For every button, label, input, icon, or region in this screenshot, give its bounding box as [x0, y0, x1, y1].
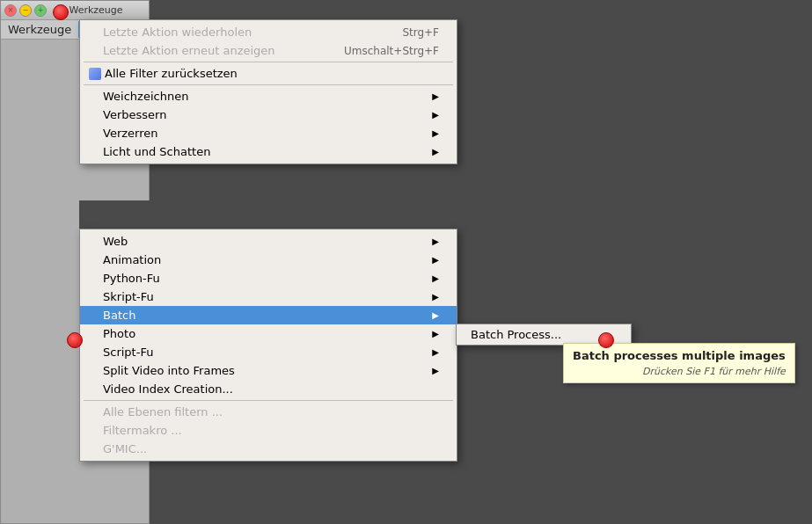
menu-item-script-fu[interactable]: Script-Fu ▶ [80, 343, 457, 361]
menu-item-verzerren[interactable]: Verzerren ▶ [80, 124, 457, 142]
tooltip-sub-text: Drücken Sie F1 für mehr Hilfe [573, 366, 786, 377]
menu-item-web[interactable]: Web ▶ [80, 232, 457, 251]
lower-menu-section: Web ▶ Animation ▶ Python-Fu ▶ Skript-Fu … [80, 229, 457, 461]
arrow-animation: ▶ [432, 255, 439, 265]
arrow-photo: ▶ [432, 329, 439, 338]
menu-divider-1 [84, 62, 453, 62]
menu-item-batch[interactable]: Batch ▶ [80, 306, 457, 324]
torn-edge [79, 200, 457, 231]
title-bar: × − + Werkzeuge [1, 1, 149, 20]
arrow-batch: ▶ [432, 310, 439, 320]
menu-item-filtermakro[interactable]: Filtermakro ... [80, 421, 457, 440]
arrow-verzerren: ▶ [432, 128, 439, 138]
menu-item-verbessern[interactable]: Verbessern ▶ [80, 106, 457, 124]
menubar-item-werkzeuge[interactable]: Werkzeuge [1, 21, 78, 38]
filter-icon [89, 68, 101, 80]
menu-item-gmic[interactable]: G'MIC... [80, 440, 457, 458]
filter-dropdown: Letzte Aktion wiederholen Strg+F Letzte … [79, 19, 457, 164]
menu-item-licht-schatten[interactable]: Licht und Schatten ▶ [80, 142, 457, 161]
menu-item-python-fu[interactable]: Python-Fu ▶ [80, 269, 457, 287]
menu-item-reset-all[interactable]: Alle Filter zurücksetzen [80, 64, 457, 83]
menu-section-top: Letzte Aktion wiederholen Strg+F Letzte … [80, 20, 457, 164]
tooltip: Batch processes multiple images Drücken … [563, 343, 795, 383]
minimize-button[interactable]: − [19, 4, 32, 17]
arrow-verbessern: ▶ [432, 110, 439, 120]
menu-item-weichzeichnen[interactable]: Weichzeichnen ▶ [80, 87, 457, 106]
menu-divider-lower [84, 400, 453, 401]
arrow-weichzeichnen: ▶ [432, 91, 439, 101]
red-dot-batch-right [598, 332, 614, 348]
menu-item-skript-fu[interactable]: Skript-Fu ▶ [80, 287, 457, 306]
tooltip-main-text: Batch processes multiple images [573, 349, 786, 362]
menu-divider-2 [84, 84, 453, 85]
arrow-skript-fu: ▶ [432, 292, 439, 302]
menu-item-video-index[interactable]: Video Index Creation... [80, 380, 457, 398]
menu-item-animation[interactable]: Animation ▶ [80, 251, 457, 269]
menu-item-repeat-last[interactable]: Letzte Aktion wiederholen Strg+F [80, 23, 457, 41]
maximize-button[interactable]: + [34, 4, 47, 17]
red-dot-title [53, 4, 69, 20]
menu-item-alle-ebenen[interactable]: Alle Ebenen filtern ... [80, 403, 457, 421]
arrow-split-video: ▶ [432, 366, 439, 375]
arrow-web: ▶ [432, 237, 439, 246]
menu-item-reshow-last[interactable]: Letzte Aktion erneut anzeigen Umschalt+S… [80, 41, 457, 60]
lower-dropdown: Web ▶ Animation ▶ Python-Fu ▶ Skript-Fu … [79, 229, 457, 462]
window-controls: × − + [4, 4, 47, 17]
menu-item-photo[interactable]: Photo ▶ [80, 324, 457, 343]
close-button[interactable]: × [4, 4, 17, 17]
arrow-licht-schatten: ▶ [432, 147, 439, 156]
menu-item-split-video[interactable]: Split Video into Frames ▶ [80, 361, 457, 380]
red-dot-batch-left [67, 332, 83, 348]
arrow-script-fu: ▶ [432, 347, 439, 357]
arrow-python-fu: ▶ [432, 273, 439, 283]
